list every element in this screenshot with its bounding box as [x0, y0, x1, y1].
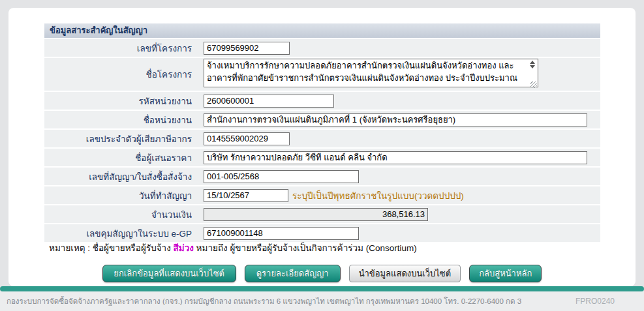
row-agency-code: รหัสหน่วยงาน: [44, 92, 600, 110]
project-name-label: ชื่อโครงการ: [44, 67, 200, 81]
agency-code-input[interactable]: [204, 95, 334, 108]
footer-address: กองระบบการจัดซื้อจัดจ้างภาครัฐและราคากลา…: [7, 295, 521, 307]
project-id-input[interactable]: [204, 42, 290, 55]
row-amount: จำนวนเงิน: [44, 205, 600, 223]
taxpayer-id-input[interactable]: [204, 132, 290, 145]
cancel-web-display-button[interactable]: ยกเลิกข้อมูลที่แสดงบนเว็บไซต์: [102, 265, 236, 282]
content-panel: ข้อมูลสาระสำคัญในสัญญา เลขที่โครงการ ชื่…: [8, 8, 636, 286]
project-name-textarea[interactable]: จ้างเหมาบริการรักษาความปลอดภัยอาคารสำนัก…: [204, 59, 538, 87]
remark-prefix: หมายเหตุ : ชื่อผู้ขายหรือผู้รับจ้าง: [49, 243, 174, 253]
taxpayer-id-label: เลขประจำตัวผู้เสียภาษีอากร: [44, 132, 200, 146]
footer-bar: กองระบบการจัดซื้อจัดจ้างภาครัฐและราคากลา…: [0, 291, 644, 311]
contract-date-label: วันที่ทำสัญญา: [44, 188, 200, 203]
egp-contract-summary-page: { "form": { "header": "ข้อมูลสาระสำคัญใน…: [0, 0, 644, 311]
screen-code: FPRO0240: [575, 297, 615, 306]
remark-suffix: หมายถึง ผู้ขายหรือผู้รับจ้างเป็นกิจการค้…: [194, 243, 417, 253]
row-egp-contract-id: เลขคุมสัญญาในระบบ e-GP: [44, 224, 600, 242]
egp-contract-id-label: เลขคุมสัญญาในระบบ e-GP: [44, 226, 200, 241]
contract-summary-form: ข้อมูลสาระสำคัญในสัญญา เลขที่โครงการ ชื่…: [44, 23, 600, 242]
scroll-down-icon[interactable]: [530, 65, 535, 68]
action-button-bar: ยกเลิกข้อมูลที่แสดงบนเว็บไซต์ ดูรายละเอี…: [8, 265, 636, 282]
view-contract-detail-button[interactable]: ดูรายละเอียดสัญญา: [245, 265, 341, 282]
back-to-main-button[interactable]: กลับสู่หน้าหลัก: [469, 265, 542, 282]
date-format-note: ระบุปีเป็นปีพุทธศักราชในรูปแบบ(ววดดปปปป): [292, 188, 464, 203]
row-contract-number: เลขที่สัญญา/ใบสั่งซื้อสั่งจ้าง: [44, 168, 600, 185]
consortium-remark: หมายเหตุ : ชื่อผู้ขายหรือผู้รับจ้าง สีม่…: [49, 241, 417, 255]
bidder-name-input[interactable]: [204, 151, 587, 164]
row-project-id: เลขที่โครงการ: [44, 39, 600, 57]
contract-date-input[interactable]: [204, 189, 288, 202]
footer-divider: [0, 286, 644, 291]
contract-number-input[interactable]: [204, 170, 359, 183]
textarea-scrollbar[interactable]: [529, 61, 536, 68]
amount-input[interactable]: [204, 208, 428, 221]
row-taxpayer-id: เลขประจำตัวผู้เสียภาษีอากร: [44, 130, 600, 147]
project-id-label: เลขที่โครงการ: [44, 41, 200, 55]
row-bidder-name: ชื่อผู้เสนอราคา: [44, 149, 600, 166]
agency-name-label: ชื่อหน่วยงาน: [44, 113, 200, 127]
publish-web-display-button[interactable]: นำข้อมูลแสดงบนเว็บไซต์: [349, 265, 461, 282]
row-contract-date: วันที่ทำสัญญา ระบุปีเป็นปีพุทธศักราชในรู…: [44, 186, 600, 204]
section-header: ข้อมูลสาระสำคัญในสัญญา: [44, 23, 600, 38]
row-project-name: ชื่อโครงการ จ้างเหมาบริการรักษาความปลอดภ…: [44, 58, 600, 91]
amount-label: จำนวนเงิน: [44, 207, 200, 222]
row-agency-name: ชื่อหน่วยงาน: [44, 111, 600, 128]
agency-code-label: รหัสหน่วยงาน: [44, 94, 200, 108]
contract-number-label: เลขที่สัญญา/ใบสั่งซื้อสั่งจ้าง: [44, 170, 200, 184]
remark-highlight: สีม่วง: [174, 243, 194, 253]
scroll-up-icon[interactable]: [530, 61, 535, 64]
bidder-name-label: ชื่อผู้เสนอราคา: [44, 151, 200, 165]
agency-name-input[interactable]: [204, 113, 587, 126]
resize-grip-icon[interactable]: [530, 81, 537, 88]
egp-contract-id-input[interactable]: [204, 227, 359, 240]
